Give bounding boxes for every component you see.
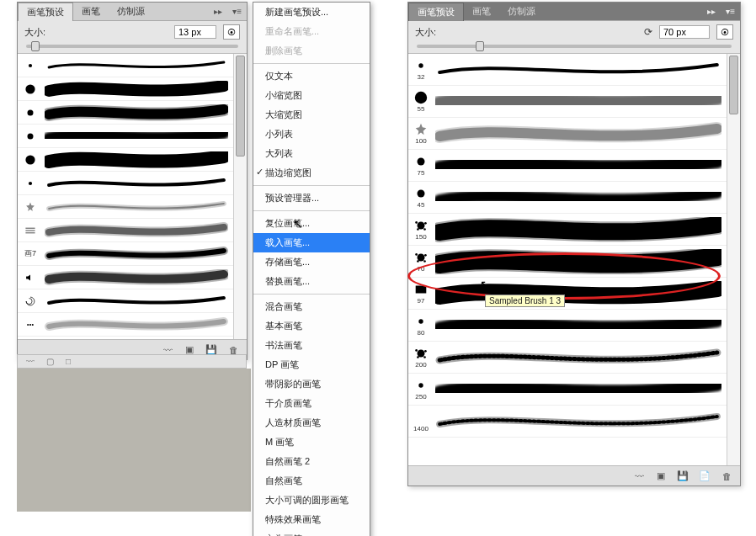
menu-item[interactable]: 大小可调的圆形画笔 xyxy=(253,491,370,510)
reset-icon[interactable]: ⟳ xyxy=(644,26,652,38)
brush-stroke-preview xyxy=(45,199,228,215)
tab-brush-presets[interactable]: 画笔预设 xyxy=(408,3,464,21)
menu-item[interactable]: 载入画笔... xyxy=(253,233,370,252)
menu-item[interactable]: 新建画笔预设... xyxy=(253,3,370,22)
brush-row[interactable]: 97 xyxy=(408,278,727,310)
brush-tip-icon xyxy=(19,107,41,119)
size-slider[interactable] xyxy=(417,45,732,48)
svg-point-27 xyxy=(424,350,427,353)
brush-row[interactable] xyxy=(18,219,233,242)
slider-row xyxy=(408,43,740,53)
tab-clone-source[interactable]: 仿制源 xyxy=(109,3,153,20)
brush-row[interactable] xyxy=(18,313,233,337)
brush-tip-icon xyxy=(19,225,41,236)
menu-item[interactable]: 自然画笔 2 xyxy=(253,452,370,471)
brush-row[interactable] xyxy=(18,125,233,148)
size-slider[interactable] xyxy=(26,45,238,48)
svg-point-9 xyxy=(418,63,423,67)
menu-item[interactable]: 描边缩览图 xyxy=(253,163,370,183)
brush-stroke-preview xyxy=(45,151,228,168)
menu-item[interactable]: 干介质画笔 xyxy=(253,394,370,413)
menu-item[interactable]: M 画笔 xyxy=(253,433,370,452)
menu-item[interactable]: DP 画笔 xyxy=(253,355,370,374)
menu-item[interactable]: 基本画笔 xyxy=(253,316,370,336)
menu-item[interactable]: 预设管理器... xyxy=(253,188,370,208)
brush-row[interactable] xyxy=(18,266,233,289)
svg-point-16 xyxy=(417,228,419,231)
delete-icon[interactable]: 🗑 xyxy=(720,470,733,483)
brush-row[interactable]: 80 xyxy=(408,310,727,342)
menu-item[interactable]: 混合画笔 xyxy=(253,297,370,316)
menu-item[interactable]: 大列表 xyxy=(253,144,370,163)
tab-brush[interactable]: 画笔 xyxy=(73,3,109,20)
new-icon[interactable]: 📄 xyxy=(698,470,711,483)
brush-row[interactable]: 32 xyxy=(408,54,727,86)
menu-item[interactable]: 大缩览图 xyxy=(253,105,370,125)
panel-menu-icon[interactable]: ▾≡ xyxy=(227,7,247,16)
brush-tip-icon: 80 xyxy=(410,314,432,337)
workspace-area xyxy=(17,369,251,512)
menu-item[interactable]: 替换画笔... xyxy=(253,272,370,291)
scrollbar[interactable] xyxy=(233,54,247,339)
brush-row[interactable]: 250 xyxy=(408,374,727,406)
menu-item[interactable]: 人造材质画笔 xyxy=(253,413,370,433)
new-preset-icon[interactable]: ▣ xyxy=(654,470,668,483)
brush-row[interactable]: 200 xyxy=(408,342,727,374)
brush-row[interactable]: 55 xyxy=(408,86,727,118)
brush-row[interactable]: 1400 xyxy=(408,406,727,438)
status-icon: 〰 xyxy=(26,357,35,366)
svg-point-26 xyxy=(415,349,418,352)
svg-point-0 xyxy=(29,63,32,66)
menu-item[interactable]: 小列表 xyxy=(253,125,370,144)
brush-row[interactable] xyxy=(18,54,233,77)
brush-tip-icon: 55 xyxy=(410,90,432,113)
menu-item[interactable]: 仅文本 xyxy=(253,66,370,86)
svg-point-18 xyxy=(418,254,425,262)
brush-stroke-preview xyxy=(45,269,228,286)
brush-stroke-preview xyxy=(435,185,721,210)
brush-row[interactable]: 70 xyxy=(408,246,727,278)
tab-brush[interactable]: 画笔 xyxy=(464,3,499,20)
panel-menu-icon[interactable]: ▾≡ xyxy=(721,7,740,16)
menu-item[interactable]: 复位画笔... xyxy=(253,214,370,233)
brush-row[interactable]: 150 xyxy=(408,214,727,246)
brush-row[interactable] xyxy=(18,289,233,313)
brush-row[interactable]: 45 xyxy=(408,182,727,214)
menu-item[interactable]: 方头画笔 xyxy=(253,529,370,536)
brush-row[interactable] xyxy=(18,148,233,172)
menu-item[interactable]: 存储画笔... xyxy=(253,252,370,272)
brush-tip-icon xyxy=(19,83,41,95)
toggle-preview-button[interactable]: ⦿ xyxy=(223,24,240,40)
brush-tip-icon: 97 xyxy=(410,282,432,305)
save-icon[interactable]: 💾 xyxy=(676,470,689,483)
size-row: 大小: 13 px ⦿ xyxy=(18,21,247,43)
panel-context-menu: 新建画笔预设...重命名画笔...删除画笔仅文本小缩览图大缩览图小列表大列表描边… xyxy=(253,2,370,536)
panel-collapse-icon[interactable]: ▸▸ xyxy=(702,7,721,16)
brush-stroke-preview xyxy=(435,89,721,114)
size-input[interactable]: 70 px xyxy=(659,25,710,39)
brush-row[interactable]: 75 xyxy=(408,150,727,182)
brush-row[interactable] xyxy=(18,101,233,125)
brush-row[interactable]: 画7 xyxy=(18,242,233,266)
svg-point-2 xyxy=(28,109,34,115)
toggle-preview-button[interactable]: ⦿ xyxy=(716,24,733,40)
brush-row[interactable] xyxy=(18,77,233,101)
size-input[interactable]: 13 px xyxy=(174,25,216,39)
menu-item[interactable]: 小缩览图 xyxy=(253,86,370,105)
scrollbar[interactable] xyxy=(727,54,740,465)
menu-item[interactable]: 特殊效果画笔 xyxy=(253,510,370,529)
menu-item[interactable]: 带阴影的画笔 xyxy=(253,374,370,394)
brush-row[interactable] xyxy=(18,172,233,195)
menu-item[interactable]: 自然画笔 xyxy=(253,471,370,491)
brush-row[interactable]: 100 xyxy=(408,118,727,150)
panel-collapse-icon[interactable]: ▸▸ xyxy=(209,7,227,16)
menu-separator xyxy=(253,185,370,186)
brush-list-left: 画7 xyxy=(18,53,247,339)
status-icon-2: ▢ xyxy=(46,357,54,366)
brush-stroke-icon[interactable]: 〰 xyxy=(632,470,646,483)
brush-row[interactable] xyxy=(18,195,233,219)
size-label: 大小: xyxy=(24,26,45,39)
tab-brush-presets[interactable]: 画笔预设 xyxy=(18,3,73,21)
tab-clone-source[interactable]: 仿制源 xyxy=(499,3,544,20)
menu-item[interactable]: 书法画笔 xyxy=(253,336,370,355)
